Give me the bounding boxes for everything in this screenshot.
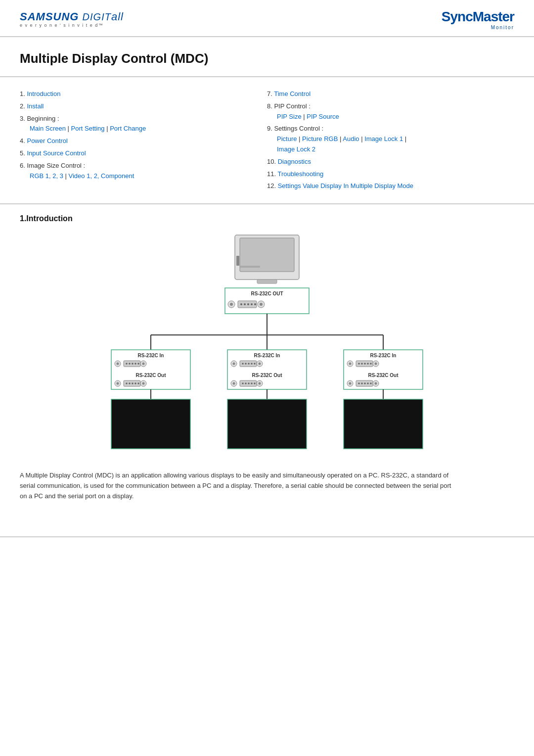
toc-link-picture[interactable]: Picture [277, 135, 297, 142]
syncmaster-sub-text: Monitor [442, 25, 514, 30]
svg-point-73 [361, 363, 363, 365]
toc-link-pip-size[interactable]: PIP Size [277, 113, 302, 120]
introduction-section: 1.Introduction RS-232C OUT [0, 204, 534, 516]
toc-link-install[interactable]: Install [27, 102, 44, 110]
svg-point-78 [375, 363, 377, 365]
toc-link-rgb[interactable]: RGB 1, 2, 3 [30, 172, 63, 180]
svg-text:RS-232C In: RS-232C In [370, 353, 397, 358]
svg-text:RS-232C Out: RS-232C Out [135, 373, 166, 378]
toc-item-5: 5. Input Source Control [20, 148, 257, 159]
svg-point-50 [245, 363, 247, 365]
svg-point-76 [370, 363, 372, 365]
svg-point-12 [251, 303, 253, 305]
svg-point-30 [137, 363, 139, 365]
svg-point-38 [129, 382, 131, 384]
svg-point-83 [358, 382, 360, 384]
toc-link-audio[interactable]: Audio [343, 135, 359, 142]
page-title: Multiple Display Control (MDC) [20, 51, 514, 66]
svg-point-37 [126, 382, 128, 384]
toc-item-9: 9. Settings Control : Picture | Picture … [267, 124, 504, 154]
toc-item-2: 2. Install [20, 101, 257, 112]
svg-point-85 [364, 382, 366, 384]
svg-point-72 [358, 363, 360, 365]
toc-link-introduction[interactable]: Introduction [27, 90, 60, 97]
svg-point-35 [117, 382, 119, 385]
toc-item-11: 11. Troubleshooting [267, 169, 504, 180]
toc-item-1: 1. Introduction [20, 89, 257, 99]
svg-point-28 [132, 363, 134, 365]
svg-point-32 [142, 363, 145, 365]
samsung-tagline: e v e r y o n e ' s i n v i t e d™ [20, 23, 124, 28]
svg-point-53 [254, 363, 256, 365]
svg-text:RS-232C Out: RS-232C Out [252, 373, 282, 378]
toc-link-picture-rgb[interactable]: Picture RGB [302, 135, 338, 142]
toc-right-col: 7. Time Control 8. PIP Control : PIP Siz… [267, 89, 514, 193]
introduction-heading: 1.Introduction [20, 214, 514, 223]
syncmaster-logo: SyncMaster Monitor [442, 9, 514, 30]
svg-point-89 [375, 382, 377, 385]
svg-point-40 [134, 382, 136, 384]
diagram-container: RS-232C OUT RS-232C In [20, 231, 514, 459]
syncmaster-brand-text: SyncMaster [442, 9, 514, 24]
svg-point-49 [242, 363, 244, 365]
svg-point-52 [251, 363, 253, 365]
svg-point-87 [370, 382, 372, 384]
svg-point-24 [117, 363, 119, 365]
svg-point-43 [142, 382, 145, 385]
svg-point-29 [134, 363, 136, 365]
svg-point-70 [349, 363, 352, 365]
toc-link-diagnostics[interactable]: Diagnostics [278, 158, 311, 165]
svg-point-39 [132, 382, 134, 384]
toc-left-col: 1. Introduction 2. Install 3. Beginning … [20, 89, 267, 193]
toc-item-12: 12. Settings Value Display In Multiple D… [267, 181, 504, 191]
svg-rect-95 [344, 399, 423, 449]
svg-point-55 [259, 363, 261, 365]
toc-item-7: 7. Time Control [267, 89, 504, 99]
page-title-section: Multiple Display Control (MDC) [0, 37, 534, 77]
svg-point-61 [245, 382, 247, 384]
toc-link-image-lock-2[interactable]: Image Lock 2 [277, 145, 315, 153]
svg-point-11 [247, 303, 249, 305]
page-header: SAMSUNG DIGITall e v e r y o n e ' s i n… [0, 0, 534, 37]
svg-text:RS-232C Out: RS-232C Out [368, 373, 399, 378]
toc-link-main-screen[interactable]: Main Screen [30, 125, 66, 132]
toc-link-pip-source[interactable]: PIP Source [307, 113, 339, 120]
svg-point-64 [254, 382, 256, 384]
toc-link-input-source-control[interactable]: Input Source Control [27, 149, 86, 157]
toc-link-video[interactable]: Video 1, 2, Component [69, 172, 134, 180]
svg-point-63 [251, 382, 253, 384]
svg-point-66 [259, 382, 261, 385]
toc-link-troubleshooting[interactable]: Troubleshooting [277, 170, 323, 178]
svg-text:RS-232C In: RS-232C In [254, 353, 280, 358]
toc-link-time-control[interactable]: Time Control [274, 90, 311, 97]
svg-point-10 [244, 303, 246, 305]
toc-link-port-change[interactable]: Port Change [110, 125, 146, 132]
toc-item-4: 4. Power Control [20, 136, 257, 146]
samsung-logo: SAMSUNG DIGITall e v e r y o n e ' s i n… [20, 11, 124, 28]
toc-link-power-control[interactable]: Power Control [27, 137, 67, 144]
toc-item-8: 8. PIP Control : PIP Size | PIP Source [267, 101, 504, 122]
toc-item-6: 6. Image Size Control : RGB 1, 2, 3 | Vi… [20, 161, 257, 182]
svg-point-75 [367, 363, 369, 365]
svg-point-81 [349, 382, 352, 385]
svg-point-13 [254, 303, 256, 305]
svg-point-27 [129, 363, 131, 365]
svg-point-62 [248, 382, 250, 384]
toc-link-port-setting[interactable]: Port Setting [71, 125, 105, 132]
toc-link-settings-value[interactable]: Settings Value Display In Multiple Displ… [278, 182, 413, 189]
introduction-description: A Multiple Display Control (MDC) is an a… [20, 471, 455, 501]
svg-text:RS-232C In: RS-232C In [138, 353, 164, 358]
toc-section: 1. Introduction 2. Install 3. Beginning … [0, 77, 534, 204]
connection-diagram: RS-232C OUT RS-232C In [99, 231, 435, 459]
svg-point-26 [126, 363, 128, 365]
svg-rect-94 [227, 399, 307, 449]
svg-point-9 [240, 303, 242, 305]
svg-point-84 [361, 382, 363, 384]
footer-divider [0, 536, 534, 537]
svg-point-74 [364, 363, 366, 365]
svg-rect-4 [240, 266, 260, 268]
svg-point-86 [367, 382, 369, 384]
toc-item-3: 3. Beginning : Main Screen | Port Settin… [20, 114, 257, 135]
toc-link-image-lock-1[interactable]: Image Lock 1 [364, 135, 403, 142]
svg-rect-93 [111, 399, 190, 449]
